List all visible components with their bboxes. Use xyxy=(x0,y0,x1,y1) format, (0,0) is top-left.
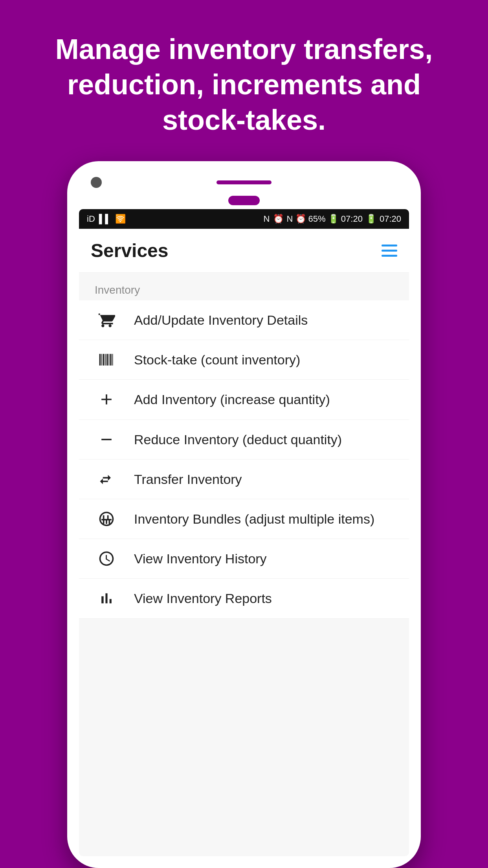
status-bar-left: iD ▌▌ 🛜 xyxy=(87,214,126,224)
app-header: Services xyxy=(79,229,409,273)
menu-section: Inventory Add/Update Inventory Details S… xyxy=(79,273,409,856)
wifi-icon: 🛜 xyxy=(115,214,126,224)
phone-speaker xyxy=(216,180,272,184)
hamburger-line-1 xyxy=(382,245,397,246)
hero-text: Manage inventory transfers, reduction, i… xyxy=(0,0,488,161)
phone-home-button xyxy=(228,196,260,205)
barcode-icon xyxy=(95,351,118,368)
status-bar-right: N ⏰ N ⏰ 65% 🔋 07:20 🔋 07:20 xyxy=(264,214,401,224)
phone-screen: iD ▌▌ 🛜 N ⏰ N ⏰ 65% 🔋 07:20 🔋 07:20 Serv… xyxy=(79,209,409,856)
menu-item-add-inventory[interactable]: Add Inventory (increase quantity) xyxy=(79,380,409,419)
menu-label-transfer-inventory: Transfer Inventory xyxy=(134,471,242,488)
menu-item-transfer-inventory[interactable]: Transfer Inventory xyxy=(79,460,409,499)
menu-item-inventory-bundles[interactable]: Inventory Bundles (adjust multiple items… xyxy=(79,499,409,539)
battery-percent: N ⏰ 65% 🔋 07:20 xyxy=(287,214,363,224)
menu-item-view-reports[interactable]: View Inventory Reports xyxy=(79,579,409,618)
nfc-icon: N xyxy=(264,214,270,224)
menu-item-reduce-inventory[interactable]: Reduce Inventory (deduct quantity) xyxy=(79,420,409,460)
hamburger-menu-button[interactable] xyxy=(382,245,397,257)
hamburger-line-2 xyxy=(382,250,397,252)
time-display: 07:20 xyxy=(380,214,401,224)
phone-top-bar xyxy=(79,173,409,196)
section-label-inventory: Inventory xyxy=(79,273,409,300)
minus-icon xyxy=(95,431,118,448)
menu-item-add-update[interactable]: Add/Update Inventory Details xyxy=(79,300,409,340)
phone-camera xyxy=(91,177,102,188)
alarm-icon: ⏰ xyxy=(273,214,284,224)
phone-mockup: iD ▌▌ 🛜 N ⏰ N ⏰ 65% 🔋 07:20 🔋 07:20 Serv… xyxy=(67,161,421,868)
menu-label-inventory-bundles: Inventory Bundles (adjust multiple items… xyxy=(134,510,374,528)
menu-item-view-history[interactable]: View Inventory History xyxy=(79,539,409,579)
battery-icon: 🔋 xyxy=(366,214,376,224)
menu-label-add-update: Add/Update Inventory Details xyxy=(134,311,308,329)
menu-label-add-inventory: Add Inventory (increase quantity) xyxy=(134,391,330,408)
plus-icon xyxy=(95,391,118,408)
app-title: Services xyxy=(91,240,169,261)
transfer-icon xyxy=(95,471,118,488)
menu-label-view-reports: View Inventory Reports xyxy=(134,590,272,607)
menu-label-stock-take: Stock-take (count inventory) xyxy=(134,351,300,368)
clock-icon xyxy=(95,550,118,567)
menu-label-view-history: View Inventory History xyxy=(134,550,267,567)
cart-icon xyxy=(95,311,118,329)
carrier-label: iD xyxy=(87,214,95,224)
menu-label-reduce-inventory: Reduce Inventory (deduct quantity) xyxy=(134,431,342,448)
status-bar: iD ▌▌ 🛜 N ⏰ N ⏰ 65% 🔋 07:20 🔋 07:20 xyxy=(79,209,409,229)
phone-btn-area xyxy=(79,196,409,205)
hamburger-line-3 xyxy=(382,255,397,257)
menu-item-stock-take[interactable]: Stock-take (count inventory) xyxy=(79,340,409,380)
network-icon xyxy=(95,510,118,528)
signal-icon: ▌▌ xyxy=(99,214,111,224)
chart-icon xyxy=(95,590,118,607)
